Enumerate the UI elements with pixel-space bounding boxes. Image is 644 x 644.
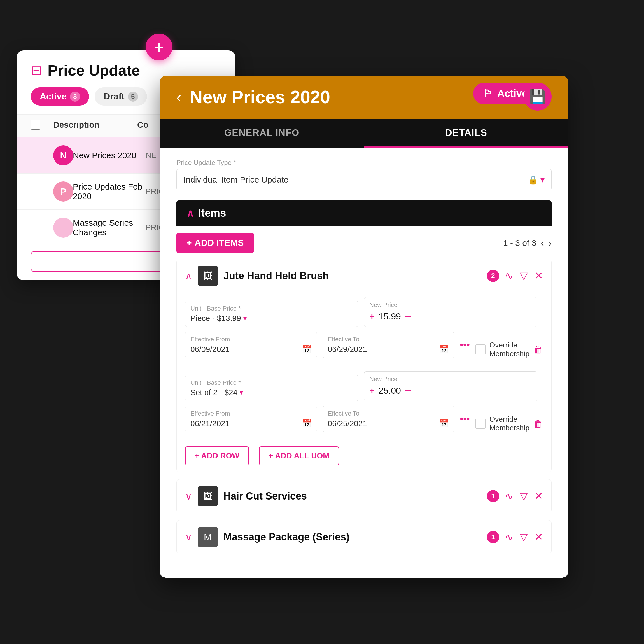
add-items-label: ADD ITEMS <box>195 238 244 248</box>
item-card-badge-2: 1 <box>487 531 499 543</box>
delete-row-icon-0-1[interactable]: 🗑 <box>533 418 543 429</box>
lock-icon: 🔒 ▾ <box>528 175 545 185</box>
unit-base-price-label-0-1: Unit - Base Price * <box>190 379 353 386</box>
item-card-name-2: Massage Package (Series) <box>223 531 481 543</box>
date-row-grid-0-0: Effective From 06/09/2021 📅 Effective To… <box>185 332 543 358</box>
active-tab-label: Active <box>40 91 67 102</box>
add-all-uom-button[interactable]: + ADD ALL UOM <box>259 446 339 465</box>
item-card-actions-1: ∿ ▽ ✕ <box>505 490 543 502</box>
select-all-checkbox[interactable] <box>31 120 40 130</box>
next-page-button[interactable]: › <box>549 237 552 248</box>
item-expand-chevron-1[interactable]: ∨ <box>185 491 192 502</box>
save-icon: 💾 <box>529 89 546 104</box>
draft-tab-button[interactable]: Draft 5 <box>95 87 147 106</box>
items-list-area: + ADD ITEMS 1 - 3 of 3 ‹ › ∧ 🖼 Jute Hand… <box>176 226 552 566</box>
unit-base-price-label-0-0: Unit - Base Price * <box>190 305 353 312</box>
front-panel: ‹ New Prices 2020 GENERAL INFO DETAILS P… <box>160 76 568 578</box>
back-arrow-button[interactable]: ‹ <box>176 89 181 106</box>
effective-to-field-0-1: Effective To 06/25/2021 📅 <box>323 406 454 432</box>
effective-from-label-0-1: Effective From <box>190 410 312 417</box>
item-expand-chevron-2[interactable]: ∨ <box>185 531 192 543</box>
flag-icon: 🏳 <box>483 88 493 99</box>
remove-item-icon-1[interactable]: ✕ <box>535 490 543 502</box>
items-section-label: Items <box>198 207 226 219</box>
unit-base-price-field-0-0: Unit - Base Price * Piece - $13.99 ▾ <box>185 301 358 327</box>
item-card-0: ∧ 🖼 Jute Hand Held Brush 2 ∿ ▽ ✕ Unit - … <box>176 259 552 472</box>
item-initial-avatar-2: M <box>198 527 218 547</box>
effective-to-label-0-0: Effective To <box>328 336 449 343</box>
override-checkbox-0-0[interactable] <box>475 344 486 354</box>
new-price-label-0-1: New Price <box>369 375 532 383</box>
active-tab-button[interactable]: Active 3 <box>31 87 89 106</box>
move-down-icon-1[interactable]: ▽ <box>520 490 528 502</box>
effective-from-calendar-icon-0-0[interactable]: 📅 <box>302 345 312 354</box>
price-increment-button-0-1[interactable]: + <box>369 386 375 396</box>
new-price-label-0-0: New Price <box>369 301 532 309</box>
effective-to-calendar-icon-0-1[interactable]: 📅 <box>439 419 449 428</box>
save-button[interactable]: 💾 <box>524 83 552 111</box>
remove-item-icon-0[interactable]: ✕ <box>535 270 543 282</box>
effective-to-value-0-0[interactable]: 06/29/2021 📅 <box>328 345 449 354</box>
front-panel-title: New Prices 2020 <box>190 87 330 108</box>
price-row-0-0: Unit - Base Price * Piece - $13.99 ▾ New… <box>177 293 551 367</box>
override-group-0-0: OverrideMembership 🗑 <box>475 341 543 358</box>
item-card-actions-2: ∿ ▽ ✕ <box>505 531 543 543</box>
prev-page-button[interactable]: ‹ <box>541 237 544 248</box>
more-options-icon-0-0[interactable]: ••• <box>460 339 470 350</box>
price-decrement-button-0-0[interactable]: − <box>405 310 411 323</box>
item-card-name-0: Jute Hand Held Brush <box>223 270 481 282</box>
effective-to-field-0-0: Effective To 06/29/2021 📅 <box>323 332 454 358</box>
add-items-button[interactable]: + ADD ITEMS <box>176 233 254 253</box>
item-card-header-0: ∧ 🖼 Jute Hand Held Brush 2 ∿ ▽ ✕ <box>177 259 551 293</box>
delete-row-icon-0-0[interactable]: 🗑 <box>533 344 543 355</box>
price-update-type-field: Price Update Type * Individual Item Pric… <box>176 159 552 190</box>
unit-base-price-value-0-1[interactable]: Set of 2 - $24 ▾ <box>190 388 353 397</box>
move-down-icon-0[interactable]: ▽ <box>520 270 528 282</box>
new-price-field-0-1: New Price + 25.00 − <box>364 371 537 401</box>
effective-from-value-0-1[interactable]: 06/21/2021 📅 <box>190 419 312 428</box>
item-card-badge-1: 1 <box>487 490 499 502</box>
description-col-header: Description <box>53 120 137 132</box>
price-update-icon: ⊟ <box>31 62 42 78</box>
draft-tab-badge: 5 <box>128 92 138 102</box>
price-amount-0-1: 25.00 <box>379 386 401 396</box>
tab-details[interactable]: DETAILS <box>364 119 568 148</box>
pagination-text: 1 - 3 of 3 <box>503 238 536 248</box>
effective-from-calendar-icon-0-1[interactable]: 📅 <box>302 419 312 428</box>
effective-to-value-0-1[interactable]: 06/25/2021 📅 <box>328 419 449 428</box>
price-decrement-button-0-1[interactable]: − <box>405 384 411 397</box>
price-row-0-1: Unit - Base Price * Set of 2 - $24 ▾ New… <box>177 367 551 441</box>
checkbox-col <box>31 120 53 132</box>
effective-from-value-0-0[interactable]: 06/09/2021 📅 <box>190 345 312 354</box>
items-section-chevron[interactable]: ∧ <box>186 207 194 219</box>
price-update-type-select[interactable]: Individual Item Price Update 🔒 ▾ <box>176 169 552 190</box>
item-thumbnail-0: 🖼 <box>198 266 218 286</box>
trend-icon-0[interactable]: ∿ <box>505 270 513 282</box>
override-checkbox-0-1[interactable] <box>475 419 486 429</box>
draft-tab-label: Draft <box>104 91 125 102</box>
item-card-badge-0: 2 <box>487 270 499 282</box>
add-row-toolbar: + ADD ROW + ADD ALL UOM <box>177 441 551 472</box>
move-down-icon-2[interactable]: ▽ <box>520 531 528 543</box>
price-increment-button-0-0[interactable]: + <box>369 311 375 322</box>
trend-icon-1[interactable]: ∿ <box>505 490 513 502</box>
plus-icon: + <box>154 38 164 57</box>
remove-item-icon-2[interactable]: ✕ <box>535 531 543 543</box>
date-row-grid-0-1: Effective From 06/21/2021 📅 Effective To… <box>185 406 543 432</box>
unit-dropdown-arrow-0-1: ▾ <box>240 389 243 396</box>
item-name-0: New Prices 2020 <box>70 151 146 160</box>
pagination-info: 1 - 3 of 3 ‹ › <box>503 237 552 248</box>
unit-base-price-value-0-0[interactable]: Piece - $13.99 ▾ <box>190 314 353 323</box>
override-label-0-0: OverrideMembership <box>489 341 529 358</box>
more-options-icon-0-1[interactable]: ••• <box>460 414 470 424</box>
items-section-header: ∧ Items <box>176 200 552 226</box>
tab-general-info[interactable]: GENERAL INFO <box>160 119 364 148</box>
add-new-button[interactable]: + <box>146 34 172 60</box>
active-tab-badge: 3 <box>70 92 80 102</box>
trend-icon-2[interactable]: ∿ <box>505 531 513 543</box>
add-row-button[interactable]: + ADD ROW <box>185 446 249 465</box>
item-expand-chevron-0[interactable]: ∧ <box>185 270 192 281</box>
item-card-header-2: ∨ M Massage Package (Series) 1 ∿ ▽ ✕ <box>177 520 551 554</box>
effective-to-calendar-icon-0-0[interactable]: 📅 <box>439 345 449 354</box>
item-name-2: Massage Series Changes <box>70 218 146 237</box>
